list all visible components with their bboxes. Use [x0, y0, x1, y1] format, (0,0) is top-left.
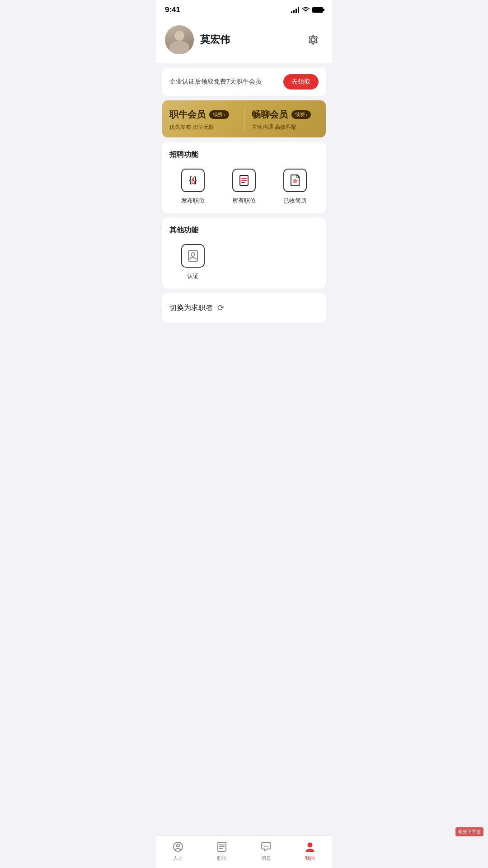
- received-resume-item[interactable]: 已收简历: [272, 169, 319, 205]
- certification-icon: [181, 244, 205, 268]
- renew-badge-1[interactable]: 续费 ›: [209, 110, 229, 119]
- renew-badge-2[interactable]: 续费 ›: [291, 110, 311, 119]
- gear-icon-simple: [307, 33, 319, 46]
- svg-point-0: [311, 38, 315, 42]
- all-jobs-label: 所有职位: [232, 197, 256, 205]
- switch-section[interactable]: 切换为求职者 ⟳: [162, 293, 326, 323]
- publish-job-item[interactable]: 发布职位: [169, 169, 216, 205]
- other-section-title: 其他功能: [169, 226, 319, 235]
- other-section: 其他功能 认证: [162, 217, 326, 288]
- certification-item[interactable]: 认证: [169, 244, 216, 280]
- recruit-section-title: 招聘功能: [169, 150, 319, 160]
- banner-section: 企业认证后领取免费7天职牛会员 去领取: [162, 68, 326, 96]
- claim-button[interactable]: 去领取: [283, 74, 319, 90]
- membership-item-1[interactable]: 职牛会员 续费 › 优先发布 职位无限: [162, 100, 244, 137]
- profile-section: 莫宏伟: [156, 18, 332, 63]
- all-jobs-item[interactable]: 所有职位: [221, 169, 267, 205]
- placeholder-1: [221, 244, 267, 280]
- status-bar: 9:41: [156, 0, 332, 18]
- membership-title-2: 畅聊会员: [252, 108, 288, 121]
- received-resume-icon: [283, 169, 307, 192]
- avatar[interactable]: [165, 25, 194, 54]
- profile-left: 莫宏伟: [165, 25, 230, 54]
- svg-point-3: [191, 253, 195, 256]
- recruit-function-grid: 发布职位 所有职位: [169, 169, 319, 205]
- membership-title-1: 职牛会员: [169, 108, 206, 121]
- recruit-section: 招聘功能 发布职位: [162, 142, 326, 213]
- all-jobs-icon: [232, 169, 256, 192]
- battery-icon: [312, 7, 323, 13]
- banner-text: 企业认证后领取免费7天职牛会员: [169, 78, 262, 86]
- membership-desc-2: 主动沟通 高效匹配: [252, 123, 296, 131]
- settings-button[interactable]: [303, 30, 323, 50]
- publish-job-icon: [181, 169, 205, 192]
- placeholder-2: [272, 244, 319, 280]
- membership-item-2[interactable]: 畅聊会员 续费 › 主动沟通 高效匹配: [244, 100, 326, 137]
- refresh-icon: ⟳: [217, 303, 224, 313]
- status-icons: [291, 7, 323, 13]
- other-function-grid: 认证: [169, 244, 319, 280]
- username: 莫宏伟: [200, 33, 230, 47]
- wifi-icon: [302, 7, 310, 13]
- membership-desc-1: 优先发布 职位无限: [169, 123, 214, 131]
- membership-card: 职牛会员 续费 › 优先发布 职位无限 畅聊会员 续费 › 主动沟通 高效匹配: [162, 100, 326, 137]
- received-resume-label: 已收简历: [283, 197, 307, 205]
- signal-icon: [291, 7, 299, 13]
- switch-text: 切换为求职者: [169, 303, 213, 313]
- publish-job-label: 发布职位: [181, 197, 205, 205]
- status-time: 9:41: [165, 5, 180, 14]
- certification-label: 认证: [187, 272, 199, 280]
